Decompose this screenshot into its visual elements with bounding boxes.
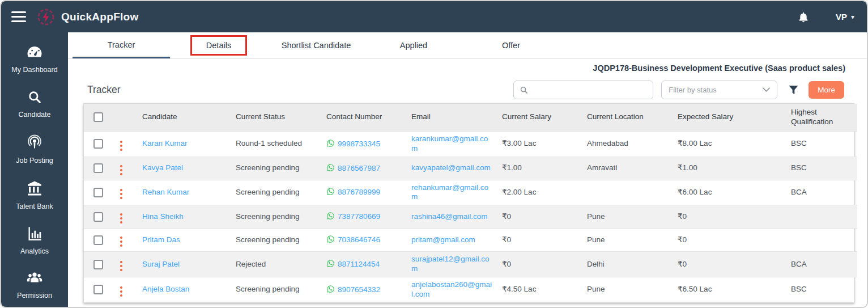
tab-tracker[interactable]: Tracker <box>73 32 170 58</box>
candidate-name-link[interactable]: Pritam Das <box>142 235 180 244</box>
current-salary-value: ₹2.00 Lac <box>497 180 582 205</box>
bar-chart-icon <box>27 226 42 243</box>
highest-qualification-value <box>786 205 857 229</box>
filter-by-status-dropdown[interactable]: Filter by status <box>661 81 777 99</box>
filter-funnel-icon[interactable] <box>788 84 799 96</box>
red-highlight-annotation: Details <box>190 35 247 56</box>
row-checkbox[interactable] <box>93 235 103 245</box>
whatsapp-icon <box>326 285 335 293</box>
top-navbar: QuickAppFlow VP ▾ <box>1 1 867 32</box>
email-link[interactable]: surajpatel12@gmail.com <box>411 255 493 274</box>
table-row: Pritam DasScreening pending7038646746pri… <box>84 229 857 252</box>
sidebar-item-label: Permission <box>17 291 52 301</box>
contact-number-link[interactable]: 7387780669 <box>338 212 380 221</box>
row-checkbox[interactable] <box>93 260 103 269</box>
email-link[interactable]: kavyapatel@gmail.com <box>411 163 491 173</box>
candidate-name-link[interactable]: Karan Kumar <box>142 139 188 147</box>
row-menu-kebab-icon[interactable] <box>117 285 126 298</box>
current-salary-value: ₹3.00 Lac <box>497 131 582 157</box>
contact-number-link[interactable]: 8907654332 <box>338 285 380 294</box>
more-button[interactable]: More <box>809 81 844 99</box>
contact-number-link[interactable]: 8876567987 <box>338 164 380 172</box>
row-menu-kebab-icon[interactable] <box>117 188 126 200</box>
user-profile-dropdown[interactable]: VP ▾ <box>836 12 854 22</box>
sidebar-item-my-dashboard[interactable]: My Dashboard <box>1 45 68 75</box>
candidate-name-link[interactable]: Suraj Patel <box>142 260 180 268</box>
sidebar-item-talent-bank[interactable]: Talent Bank <box>1 180 68 212</box>
current-status-value: Round-1 scheduled <box>231 131 322 157</box>
current-location-value: Pune <box>582 277 673 302</box>
row-menu-kebab-icon[interactable] <box>117 164 126 176</box>
current-salary-value: ₹0 <box>497 252 582 277</box>
row-menu-kebab-icon[interactable] <box>117 140 126 152</box>
tab-details[interactable]: Details <box>170 32 267 58</box>
highest-qualification-value: BSC <box>786 277 857 302</box>
expected-salary-value: ₹6.00 Lac <box>673 180 786 205</box>
highest-qualification-value: BCA <box>786 252 857 277</box>
col-current-salary: Current Salary <box>497 104 582 131</box>
select-all-checkbox[interactable] <box>93 112 103 122</box>
row-menu-kebab-icon[interactable] <box>117 212 126 225</box>
bank-icon <box>26 180 43 199</box>
tracker-table-body: Karan KumarRound-1 scheduled9998733345ka… <box>84 131 857 302</box>
search-input[interactable] <box>533 86 647 94</box>
current-status-value: Screening pending <box>231 205 322 229</box>
expected-salary-value: ₹0 <box>673 205 786 229</box>
col-current-location: Current Location <box>582 104 673 131</box>
app-title: QuickAppFlow <box>61 11 139 23</box>
expected-salary-value: ₹6.50 Lac <box>673 277 786 302</box>
chevron-down-icon: ▾ <box>851 13 854 21</box>
candidate-name-link[interactable]: Rehan Kumar <box>142 188 189 196</box>
hamburger-menu-icon[interactable] <box>11 11 26 22</box>
highest-qualification-value <box>786 229 857 252</box>
current-status-value: Screening pending <box>231 157 322 180</box>
main-content: Tracker Details Shortlist Candidate Appl… <box>68 32 867 307</box>
search-icon <box>27 90 42 107</box>
email-link[interactable]: karankumar@gmail.com <box>411 134 493 154</box>
notifications-bell-icon[interactable] <box>797 11 810 23</box>
current-status-value: Rejected <box>231 252 322 277</box>
contact-number-link[interactable]: 9998733345 <box>338 140 380 148</box>
row-menu-kebab-icon[interactable] <box>117 260 126 272</box>
current-status-value: Screening pending <box>231 229 322 252</box>
row-checkbox[interactable] <box>93 285 103 294</box>
contact-number-link[interactable]: 7038646746 <box>338 235 380 244</box>
email-link[interactable]: anjelabostan260@gmail.com <box>411 280 493 299</box>
tab-offer[interactable]: Offer <box>462 32 560 58</box>
current-location-value: Pune <box>582 205 673 229</box>
tab-label: Shortlist Candidate <box>282 41 351 50</box>
current-salary-value: ₹4.50 Lac <box>497 277 582 302</box>
sidebar-item-permission[interactable]: Permission <box>1 271 68 301</box>
whatsapp-icon <box>326 139 335 147</box>
tab-applied[interactable]: Applied <box>365 32 462 58</box>
tab-bar: Tracker Details Shortlist Candidate Appl… <box>68 32 867 59</box>
contact-number-link[interactable]: 8871124454 <box>338 260 380 268</box>
email-link[interactable]: rashina46@gmail.com <box>411 212 488 222</box>
tab-label: Tracker <box>108 40 135 49</box>
col-expected-salary: Expected Salary <box>673 104 786 131</box>
whatsapp-icon <box>326 163 335 172</box>
col-current-status: Current Status <box>231 104 322 131</box>
row-checkbox[interactable] <box>93 163 103 173</box>
row-checkbox[interactable] <box>93 188 103 197</box>
tab-shortlist-candidate[interactable]: Shortlist Candidate <box>267 32 365 58</box>
candidate-name-link[interactable]: Hina Sheikh <box>142 212 184 221</box>
dashboard-gauge-icon <box>26 45 43 62</box>
contact-number-link[interactable]: 8876789999 <box>338 188 380 196</box>
table-row: Anjela BostanScreening pending8907654332… <box>84 277 857 302</box>
col-candidate: Candidate <box>138 104 231 131</box>
row-checkbox[interactable] <box>93 212 103 222</box>
highest-qualification-value: BCA <box>786 180 857 205</box>
sidebar-item-analytics[interactable]: Analytics <box>1 226 68 256</box>
sidebar-item-candidate[interactable]: Candidate <box>1 90 68 120</box>
podcast-icon <box>27 134 42 153</box>
email-link[interactable]: rehankumar@gmail.com <box>411 183 493 202</box>
col-email: Email <box>407 104 497 131</box>
row-checkbox[interactable] <box>93 139 103 149</box>
current-status-value: Screening pending <box>231 180 322 205</box>
candidate-name-link[interactable]: Kavya Patel <box>142 163 183 172</box>
row-menu-kebab-icon[interactable] <box>117 235 126 248</box>
candidate-name-link[interactable]: Anjela Bostan <box>142 285 189 293</box>
email-link[interactable]: pritam@gmail.com <box>411 235 475 245</box>
sidebar-item-job-posting[interactable]: Job Posting <box>1 134 68 166</box>
